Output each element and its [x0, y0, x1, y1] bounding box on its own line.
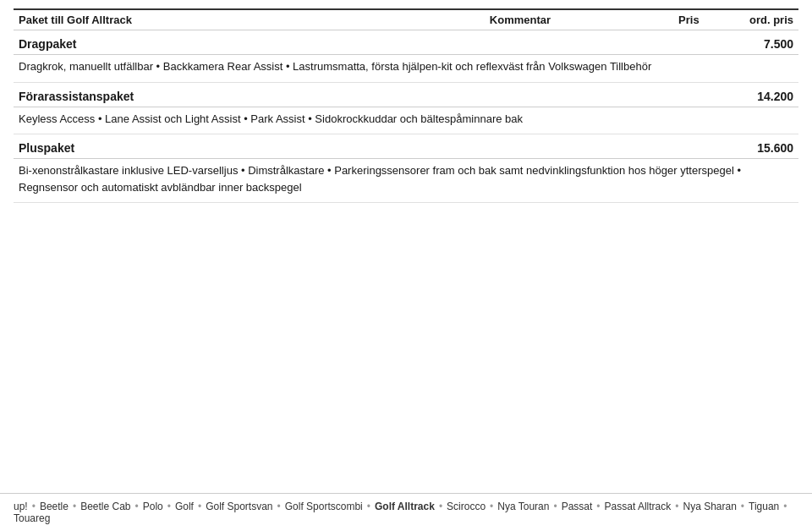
section-body-0: Dragkrok, manuellt utfällbar • Backkamer… — [14, 55, 798, 83]
section-name: Dragpaket — [14, 30, 610, 55]
footer-separator: • — [198, 501, 201, 512]
footer-nav-item[interactable]: Golf Alltrack — [375, 501, 435, 512]
section-description: Dragkrok, manuellt utfällbar • Backkamer… — [14, 55, 798, 83]
col-header-pris: Pris — [610, 9, 704, 30]
footer-separator: • — [553, 501, 557, 512]
footer-nav-item[interactable]: Nya Sharan — [683, 501, 736, 512]
footer-separator: • — [167, 501, 171, 512]
section-price: 7.500 — [610, 30, 798, 55]
footer-separator: • — [277, 501, 281, 512]
footer-separator: • — [73, 501, 76, 512]
footer-nav-item[interactable]: Touareg — [14, 512, 50, 524]
footer-nav-item[interactable]: Golf — [175, 501, 194, 512]
footer-nav-item[interactable]: Beetle Cab — [80, 501, 130, 512]
col-header-ordpris: ord. pris — [705, 9, 798, 30]
section-price: 14.200 — [610, 82, 798, 107]
packages-table: Paket till Golf Alltrack Kommentar Pris … — [14, 8, 798, 203]
footer-separator: • — [675, 501, 678, 512]
section-body-2: Bi-xenonstrålkastare inklusive LED-varse… — [14, 159, 798, 203]
footer-separator: • — [439, 501, 442, 512]
main-content: Paket till Golf Alltrack Kommentar Pris … — [0, 0, 812, 211]
section-name: Pluspaket — [14, 134, 610, 159]
footer-separator: • — [741, 501, 744, 512]
footer-separator: • — [783, 501, 787, 512]
footer-nav-item[interactable]: Passat — [562, 501, 593, 512]
footer-separator: • — [596, 501, 600, 512]
section-header-0: Dragpaket 7.500 — [14, 30, 798, 55]
footer-separator: • — [490, 501, 493, 512]
footer-nav-item[interactable]: Golf Sportsvan — [206, 501, 272, 512]
footer-separator: • — [32, 501, 36, 512]
footer-nav-item[interactable]: Nya Touran — [497, 501, 549, 512]
footer-nav: up!•Beetle•Beetle Cab•Polo•Golf•Golf Spo… — [0, 493, 812, 531]
footer-nav-item[interactable]: Passat Alltrack — [605, 501, 672, 512]
section-description: Keyless Access • Lane Assist och Light A… — [14, 107, 798, 134]
footer-separator: • — [367, 501, 370, 512]
footer-nav-item[interactable]: Beetle — [40, 501, 69, 512]
section-header-1: Förarassistanspaket 14.200 — [14, 82, 798, 107]
footer-nav-item[interactable]: up! — [14, 501, 28, 512]
section-header-2: Pluspaket 15.600 — [14, 134, 798, 159]
col-header-title: Paket till Golf Alltrack — [14, 9, 485, 30]
footer-separator: • — [135, 501, 139, 512]
section-description: Bi-xenonstrålkastare inklusive LED-varse… — [14, 159, 798, 203]
footer-nav-item[interactable]: Golf Sportscombi — [285, 501, 363, 512]
section-price: 15.600 — [610, 134, 798, 159]
section-body-1: Keyless Access • Lane Assist och Light A… — [14, 107, 798, 134]
col-header-kommentar: Kommentar — [485, 9, 610, 30]
section-name: Förarassistanspaket — [14, 82, 610, 107]
footer-nav-item[interactable]: Polo — [143, 501, 163, 512]
footer-nav-item[interactable]: Tiguan — [749, 501, 779, 512]
footer-nav-item[interactable]: Scirocco — [447, 501, 486, 512]
